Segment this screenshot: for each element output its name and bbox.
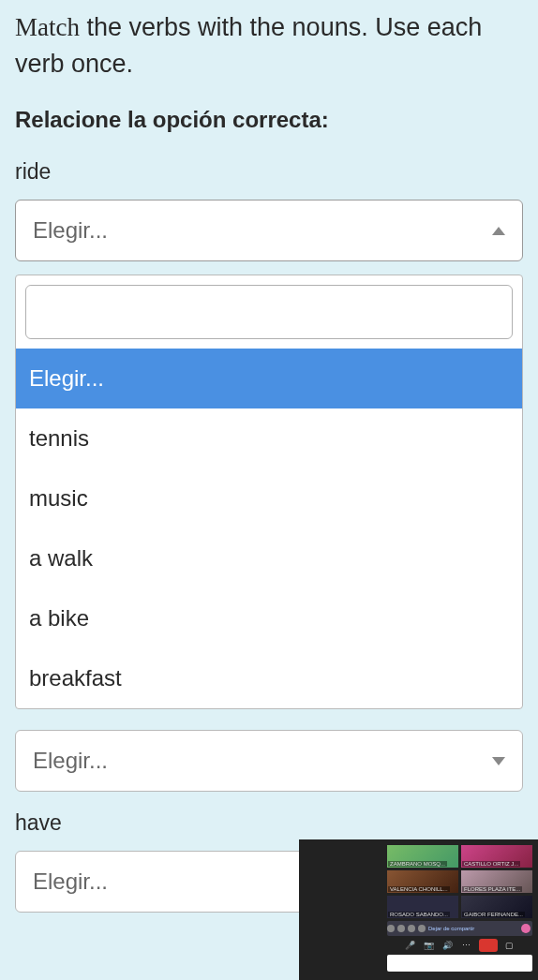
mic-icon[interactable]: 🎤 [404, 939, 417, 952]
video-tile[interactable]: VALENCIA CHONILL... [387, 870, 458, 893]
dropdown-option-music[interactable]: music [16, 468, 522, 528]
verb-label-have: have [15, 810, 523, 836]
dropdown-search-wrap [16, 275, 522, 349]
video-tile[interactable]: GAIBOR FERNANDE... [461, 896, 532, 918]
instruction-rest: the verbs with the nouns. Use each verb … [15, 13, 482, 78]
participant-name: GAIBOR FERNANDE... [462, 912, 525, 917]
participant-name: ZAMBRANO MOSQ... [388, 861, 447, 867]
presenter-avatar-icon [521, 924, 531, 933]
subheading-text: Relacione la opción correcta: [15, 107, 523, 133]
participant-name: VALENCIA CHONILL... [388, 886, 450, 892]
share-bar: Dejar de compartir [387, 921, 532, 936]
stop-sharing-label[interactable]: Dejar de compartir [428, 926, 474, 931]
video-grid: ZAMBRANO MOSQ... CASTILLO ORTIZ J... VAL… [387, 845, 532, 918]
dropdown-option-a-walk[interactable]: a walk [16, 528, 522, 588]
instruction-match-word: Match [15, 13, 80, 41]
select-ride[interactable]: Elegir... [15, 200, 523, 261]
video-tile[interactable]: ZAMBRANO MOSQ... [387, 845, 458, 868]
video-call-overlay: ZAMBRANO MOSQ... CASTILLO ORTIZ J... VAL… [299, 839, 538, 980]
avatar-dot-icon [408, 925, 415, 932]
caret-up-icon [492, 227, 505, 235]
select-second[interactable]: Elegir... [15, 730, 523, 792]
select-have-value: Elegir... [33, 869, 108, 895]
dropdown-option-a-bike[interactable]: a bike [16, 588, 522, 648]
taskbar-strip [387, 955, 532, 972]
dropdown-option-tennis[interactable]: tennis [16, 408, 522, 468]
hangup-button[interactable] [479, 939, 498, 952]
select-ride-value: Elegir... [33, 217, 108, 244]
verb-label-ride: ride [15, 159, 523, 185]
video-tile[interactable]: FLORES PLAZA ITE... [461, 870, 532, 893]
participant-name: CASTILLO ORTIZ J... [462, 861, 520, 867]
caret-down-icon [492, 757, 505, 765]
avatar-dot-icon [418, 925, 426, 932]
more-icon[interactable]: ⋯ [460, 939, 473, 952]
expand-icon[interactable]: ▢ [503, 939, 516, 952]
dropdown-search-input[interactable] [25, 285, 513, 339]
call-controls: 🎤 📷 🔊 ⋯ ▢ [387, 939, 532, 952]
avatar-dot-icon [387, 925, 395, 932]
dropdown-option-breakfast[interactable]: breakfast [16, 648, 522, 708]
camera-icon[interactable]: 📷 [423, 939, 436, 952]
instruction-text: Match the verbs with the nouns. Use each… [15, 9, 523, 82]
participant-name: FLORES PLAZA ITE... [462, 886, 522, 892]
dropdown-option-placeholder[interactable]: Elegir... [16, 349, 522, 408]
video-tile[interactable]: CASTILLO ORTIZ J... [461, 845, 532, 868]
participant-name: ROSADO SABANDO... [388, 912, 450, 917]
dropdown-ride: Elegir... tennis music a walk a bike bre… [15, 275, 523, 709]
avatar-dot-icon [397, 925, 405, 932]
select-second-value: Elegir... [33, 748, 108, 774]
volume-icon[interactable]: 🔊 [441, 939, 455, 952]
video-tile[interactable]: ROSADO SABANDO... [387, 896, 458, 918]
